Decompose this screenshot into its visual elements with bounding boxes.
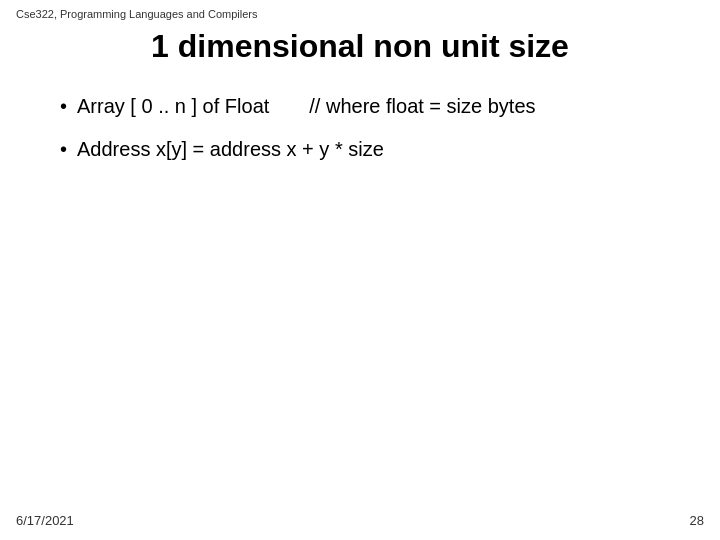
slide-content: • Array [ 0 .. n ] of Float // where flo…	[0, 95, 720, 161]
bullet-text-1: Array [ 0 .. n ] of Float	[77, 95, 269, 118]
bullet-symbol-2: •	[60, 138, 67, 161]
slide-title: 1 dimensional non unit size	[0, 28, 720, 65]
slide-footer: 6/17/2021 28	[0, 513, 720, 528]
bullet-symbol-1: •	[60, 95, 67, 118]
footer-page: 28	[690, 513, 704, 528]
footer-date: 6/17/2021	[16, 513, 74, 528]
bullet-comment-1: // where float = size bytes	[309, 95, 535, 118]
slide-header: Cse322, Programming Languages and Compil…	[16, 8, 258, 20]
bullet-text-2: Address x[y] = address x + y * size	[77, 138, 384, 161]
bullet-item-1: • Array [ 0 .. n ] of Float // where flo…	[60, 95, 660, 118]
bullet-item-2: • Address x[y] = address x + y * size	[60, 138, 660, 161]
